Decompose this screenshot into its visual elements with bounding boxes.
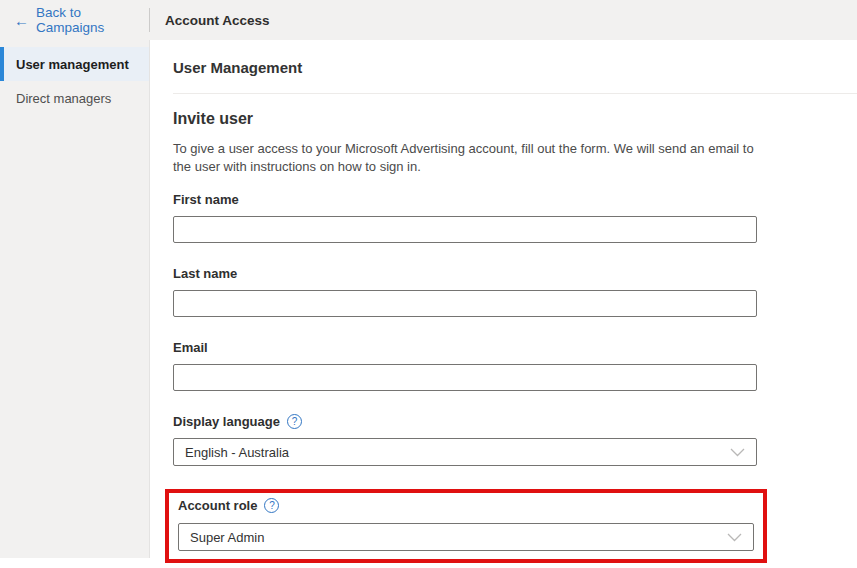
sidebar: User management Direct managers [0,40,150,558]
sidebar-item-label: User management [16,57,129,72]
account-role-dropdown[interactable]: Super Admin [178,523,754,551]
display-language-dropdown[interactable]: English - Australia [173,438,757,466]
account-role-label: Account role ? [178,497,754,514]
back-arrow-icon: ← [14,13,29,28]
invite-user-heading: Invite user [173,110,857,128]
sidebar-item-label: Direct managers [16,91,111,106]
invite-user-description: To give a user access to your Microsoft … [173,140,767,176]
display-language-label: Display language ? [173,414,757,429]
annotation-highlight-box: Account role ? Super Admin [165,489,767,563]
page-title: Account Access [165,13,270,28]
section-header-user-management: User Management [173,40,857,93]
last-name-input[interactable] [173,290,757,317]
account-role-value: Super Admin [190,530,264,545]
sidebar-item-direct-managers[interactable]: Direct managers [0,81,149,115]
help-icon[interactable]: ? [264,498,279,513]
sidebar-item-user-management[interactable]: User management [0,47,149,81]
main-content: User Management Invite user To give a us… [150,40,857,568]
account-role-label-text: Account role [178,498,257,513]
first-name-group: First name [173,192,757,243]
invite-user-form: First name Last name Email Display langu… [173,192,857,563]
account-role-group: Account role ? Super Admin [178,497,754,551]
topbar-divider [149,8,150,32]
first-name-label: First name [173,192,757,207]
help-icon[interactable]: ? [287,414,302,429]
topbar: ← Back to Campaigns Account Access [0,0,857,40]
display-language-group: Display language ? English - Australia [173,414,757,466]
last-name-label: Last name [173,266,757,281]
display-language-value: English - Australia [185,445,289,460]
first-name-input[interactable] [173,216,757,243]
chevron-down-icon [727,533,742,542]
back-to-campaigns-link[interactable]: ← Back to Campaigns [0,5,149,35]
display-language-label-text: Display language [173,414,280,429]
chevron-down-icon [730,448,745,457]
email-input[interactable] [173,364,757,391]
header-divider [173,93,857,94]
back-link-label: Back to Campaigns [36,5,149,35]
email-label: Email [173,340,757,355]
email-group: Email [173,340,757,391]
last-name-group: Last name [173,266,757,317]
